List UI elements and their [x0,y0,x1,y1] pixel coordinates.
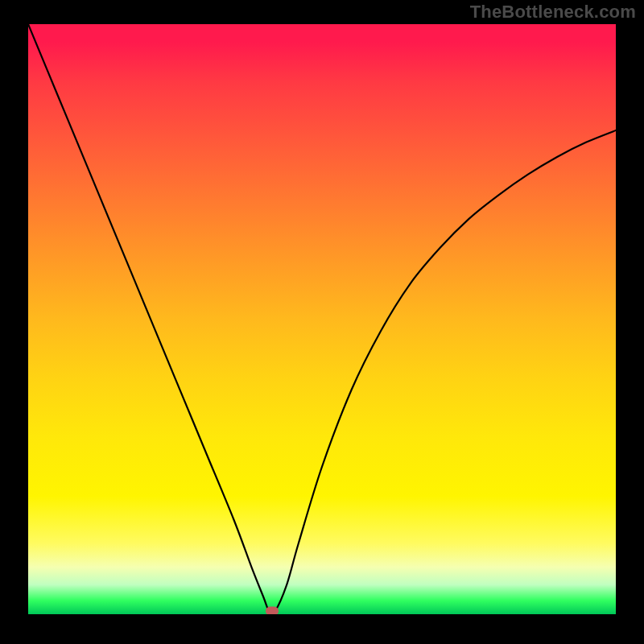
plot-area [28,24,616,614]
watermark-text: TheBottleneck.com [470,2,636,23]
optimal-point-marker [266,607,279,614]
chart-frame: TheBottleneck.com [0,0,644,644]
bottleneck-curve [28,24,616,614]
